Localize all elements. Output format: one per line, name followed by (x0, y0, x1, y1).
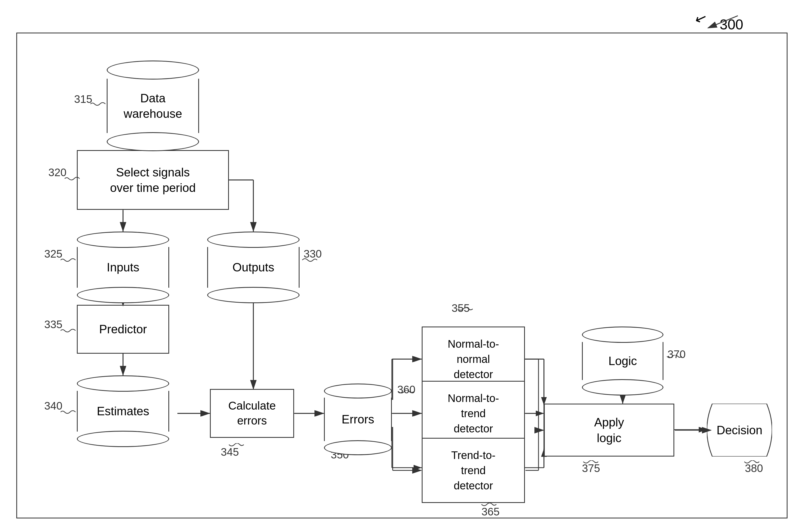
normal-to-normal-label: Normal-to-normaldetector (448, 336, 499, 382)
ref-340-squiggle (60, 408, 77, 416)
ref-320: 320 (48, 166, 67, 178)
svg-line-49 (708, 16, 738, 28)
predictor: Predictor (77, 305, 169, 354)
ref-325-squiggle (60, 256, 77, 264)
logic: Logic (582, 326, 664, 396)
ref-325: 325 (44, 248, 62, 260)
page: 300 ↗ (0, 0, 803, 532)
select-signals: Select signalsover time period (77, 150, 229, 210)
apply-logic: Applylogic (544, 404, 674, 457)
decision-label: Decision (717, 423, 763, 437)
estimates-label: Estimates (97, 404, 149, 418)
data-warehouse-label: Datawarehouse (124, 90, 182, 121)
ref-335: 335 (44, 318, 62, 330)
inputs: Inputs (77, 231, 169, 303)
ref-355-squiggle (456, 307, 473, 316)
predictor-label: Predictor (99, 321, 147, 337)
ref-335-squiggle (60, 326, 77, 335)
outputs: Outputs (207, 231, 300, 303)
fig-ref-arrow (694, 10, 749, 32)
inputs-label: Inputs (107, 261, 139, 274)
errors-label: Errors (342, 413, 374, 426)
ref-345-squiggle (228, 443, 244, 451)
errors: Errors (324, 383, 392, 455)
normal-to-trend-label: Normal-to-trenddetector (448, 391, 499, 436)
ref-360-squiggle (397, 390, 414, 398)
trend-to-trend-label: Trend-to-trenddetector (451, 448, 495, 493)
decision: Decision (707, 404, 772, 457)
outputs-label: Outputs (232, 261, 274, 274)
ref-380-squiggle (743, 460, 759, 469)
data-warehouse: Datawarehouse (107, 60, 199, 151)
ref-315: 315 (74, 93, 92, 105)
ref-370-squiggle (666, 355, 682, 363)
select-signals-label: Select signalsover time period (110, 165, 195, 195)
ref-320-squiggle (64, 174, 81, 183)
ref-330-squiggle (301, 256, 317, 264)
ref-340: 340 (44, 400, 62, 412)
ref-375-squiggle (582, 460, 598, 469)
estimates: Estimates (77, 375, 169, 447)
logic-label: Logic (608, 354, 637, 368)
calculate-errors: Calculateerrors (210, 389, 294, 438)
ref-315-squiggle (90, 100, 107, 108)
calculate-errors-label: Calculateerrors (228, 398, 276, 428)
apply-logic-label: Applylogic (594, 415, 624, 445)
normal-to-trend-detector: Normal-to-trenddetector (422, 381, 525, 446)
trend-to-trend-detector: Trend-to-trenddetector (422, 438, 525, 503)
diagram-box: Datawarehouse 315 Select signalsover tim… (16, 33, 787, 518)
ref-365-squiggle (480, 503, 497, 511)
